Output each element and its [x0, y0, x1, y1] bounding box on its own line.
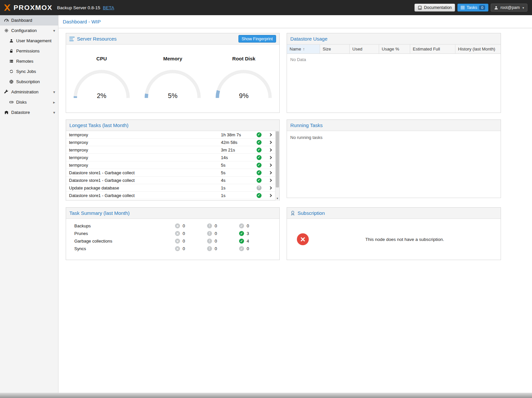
column-header-history[interactable]: History (last Month) [455, 45, 501, 53]
sidebar-item-subscription[interactable]: Subscription [0, 77, 58, 87]
show-fingerprint-button[interactable]: Show Fingerprint [238, 35, 276, 43]
task-row[interactable]: Datastore store1 - Garbage collect5s✓ [66, 169, 279, 177]
refresh-icon [8, 69, 15, 74]
memory-gauge-block: Memory 5% [137, 56, 208, 101]
scrollbar-thumb[interactable] [276, 131, 279, 187]
chevron-down-icon[interactable]: ▾ [53, 90, 55, 94]
task-row[interactable]: Update package database1s? [66, 184, 279, 192]
task-duration: 1s [221, 193, 253, 198]
sidebar-item-sync-jobs[interactable]: Sync Jobs [0, 66, 58, 77]
task-detail-chevron-icon[interactable] [265, 164, 275, 166]
task-row[interactable]: Datastore store1 - Garbage collect4s✓ [66, 177, 279, 184]
sidebar-item-user-management[interactable]: User Management [0, 36, 58, 46]
sidebar: Dashboard Configuration ▾ User Managemen… [0, 15, 58, 393]
summary-category-label: Syncs [66, 246, 175, 251]
task-row[interactable]: termproxy3m 21s✓ [66, 146, 279, 154]
task-ok-icon: ✓ [253, 140, 265, 145]
summary-ok-count: ✓3 [239, 231, 271, 236]
task-row[interactable]: termproxy1h 38m 7s✓ [66, 131, 279, 139]
window-bottom-edge [0, 393, 532, 398]
ribbon-icon [290, 211, 295, 216]
list-icon [461, 6, 465, 10]
subscription-message: This node does not have a subscription. [309, 237, 501, 242]
task-detail-chevron-icon[interactable] [265, 172, 275, 174]
task-name: Datastore store1 - Garbage collect [69, 170, 221, 175]
chevron-down-icon[interactable]: ▾ [53, 110, 55, 115]
task-detail-chevron-icon[interactable] [265, 141, 275, 144]
sidebar-item-disks[interactable]: Disks ▸ [0, 97, 58, 107]
task-ok-icon: ✓ [253, 170, 265, 175]
warning-circle-icon: ! [207, 239, 212, 244]
root-disk-gauge-label: Root Disk [232, 56, 255, 61]
bars-icon [69, 37, 75, 41]
task-detail-chevron-icon[interactable] [265, 156, 275, 159]
summary-error-count: ×0 [175, 239, 207, 244]
sidebar-item-datastore[interactable]: Datastore ▾ [0, 107, 58, 117]
error-circle-icon: × [175, 223, 180, 228]
task-summary-title: Task Summary (last Month) [69, 210, 130, 216]
column-header-estimated-full[interactable]: Estimated Full [410, 45, 455, 53]
summary-error-count: ×0 [175, 231, 207, 236]
task-row[interactable]: termproxy42m 58s✓ [66, 139, 279, 146]
user-menu-button[interactable]: root@pam ▾ [491, 4, 527, 12]
longest-tasks-panel: Longest Tasks (last Month) termproxy1h 3… [66, 119, 280, 201]
product-version-label: Backup Server 0.8-15 [57, 5, 100, 10]
sidebar-item-label: Permissions [16, 49, 40, 53]
sidebar-item-remotes[interactable]: Remotes [0, 56, 58, 66]
topbar: PROXMOX Backup Server 0.8-15 BETA Docume… [0, 0, 532, 15]
task-row[interactable]: termproxy5s✓ [66, 161, 279, 169]
datastore-usage-header: Datastore Usage [287, 33, 501, 45]
no-subscription-icon: × [297, 233, 309, 245]
task-name: termproxy [69, 140, 221, 145]
column-header-used[interactable]: Used [350, 45, 379, 53]
column-header-size[interactable]: Size [320, 45, 350, 53]
task-row[interactable]: termproxy14s✓ [66, 154, 279, 161]
sidebar-item-label: Disks [16, 100, 27, 105]
task-detail-chevron-icon[interactable] [265, 134, 275, 136]
task-detail-chevron-icon[interactable] [265, 194, 275, 197]
proxmox-logo[interactable]: PROXMOX [3, 4, 53, 12]
main-content: Dashboard - WIP Server Resources Show Fi… [58, 15, 532, 393]
chevron-right-icon[interactable]: ▸ [53, 100, 55, 105]
task-unknown-icon: ? [253, 185, 265, 190]
memory-gauge-label: Memory [163, 56, 182, 61]
longest-tasks-scrollbar[interactable]: ▼ [275, 131, 279, 201]
sidebar-item-administration[interactable]: Administration ▾ [0, 87, 58, 97]
gears-icon [3, 28, 10, 33]
server-resources-title: Server Resources [77, 36, 117, 42]
cpu-gauge-value: 2% [71, 92, 132, 100]
documentation-button[interactable]: Documentation [414, 4, 455, 12]
summary-row: Backups×0!0✓0 [66, 222, 279, 230]
beta-link[interactable]: BETA [103, 5, 114, 10]
longest-tasks-title: Longest Tasks (last Month) [69, 122, 128, 128]
error-circle-icon: × [175, 239, 180, 244]
longest-tasks-header: Longest Tasks (last Month) [66, 120, 279, 131]
user-icon [494, 6, 498, 10]
sidebar-item-label: Subscription [16, 79, 40, 84]
sidebar-item-label: User Management [16, 38, 52, 43]
server-resources-header: Server Resources Show Fingerprint [66, 33, 279, 45]
task-name: termproxy [69, 163, 221, 168]
task-detail-chevron-icon[interactable] [265, 179, 275, 182]
sidebar-item-dashboard[interactable]: Dashboard [0, 15, 58, 25]
task-row[interactable]: Datastore store1 - Garbage collect1s✓ [66, 192, 279, 199]
column-header-usage-percent[interactable]: Usage % [379, 45, 410, 53]
book-icon [418, 6, 422, 10]
root-disk-gauge-block: Root Disk 9% [208, 56, 279, 101]
task-duration: 3m 21s [221, 148, 253, 152]
summary-ok-count: ✓4 [239, 239, 271, 244]
tasks-button[interactable]: Tasks 0 [457, 4, 488, 12]
ok-circle-icon: ✓ [239, 231, 244, 236]
task-ok-icon: ✓ [253, 193, 265, 198]
task-name: termproxy [69, 155, 221, 160]
sidebar-item-permissions[interactable]: Permissions [0, 46, 58, 56]
column-header-name[interactable]: Name ↑ [287, 45, 320, 53]
task-detail-chevron-icon[interactable] [265, 149, 275, 151]
unlock-icon [8, 49, 15, 53]
task-detail-chevron-icon[interactable] [265, 187, 275, 189]
sidebar-item-configuration[interactable]: Configuration ▾ [0, 25, 58, 36]
chevron-down-icon[interactable]: ▾ [53, 28, 55, 33]
wrench-icon [3, 90, 10, 94]
scrollbar-down-arrow-icon[interactable]: ▼ [275, 197, 279, 200]
task-summary-header: Task Summary (last Month) [66, 208, 279, 219]
